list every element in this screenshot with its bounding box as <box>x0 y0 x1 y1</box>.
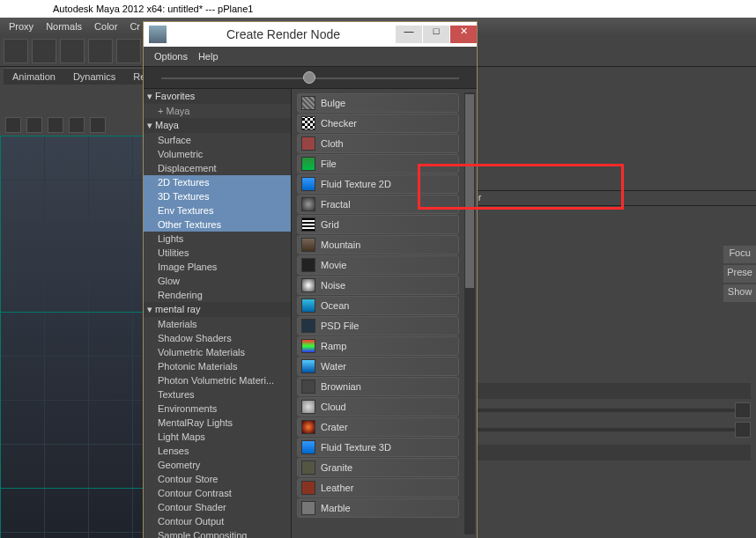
tree-item[interactable]: Contour Store <box>144 472 291 486</box>
render-node-leather[interactable]: Leather <box>297 478 459 497</box>
node-label: File <box>321 158 337 169</box>
viewport-icon[interactable] <box>5 117 21 133</box>
render-node-grid[interactable]: Grid <box>297 215 459 234</box>
tree-item[interactable]: Env Textures <box>144 203 291 217</box>
tree-item[interactable]: Lenses <box>144 444 291 458</box>
tree-item[interactable]: Maya <box>144 118 291 133</box>
menu-create[interactable]: Cr <box>130 21 140 32</box>
minimize-button[interactable]: — <box>396 26 422 43</box>
node-thumbnail-icon <box>301 481 315 495</box>
presets-button[interactable]: Prese <box>723 265 756 283</box>
render-node-water[interactable]: Water <box>297 357 459 376</box>
render-node-fractal[interactable]: Fractal <box>297 195 459 214</box>
tree-item[interactable]: Glow <box>144 274 291 288</box>
tree-item[interactable]: MentalRay Lights <box>144 416 291 430</box>
menu-normals[interactable]: Normals <box>46 21 82 32</box>
app-title: Autodesk Maya 2012 x64: untitled* --- pP… <box>53 4 253 14</box>
tree-item[interactable]: Photon Volumetric Materi... <box>144 373 291 387</box>
tree-item[interactable]: Photonic Materials <box>144 359 291 373</box>
render-node-crater[interactable]: Crater <box>297 417 459 437</box>
dialog-slider[interactable] <box>144 66 477 89</box>
node-thumbnail-icon <box>301 278 315 292</box>
tree-item[interactable]: + Maya <box>144 104 291 118</box>
render-node-ocean[interactable]: Ocean <box>297 296 459 315</box>
render-node-movie[interactable]: Movie <box>297 255 459 275</box>
menu-proxy[interactable]: Proxy <box>9 21 33 32</box>
tool-icon[interactable] <box>32 39 56 63</box>
tree-item[interactable]: Other Textures <box>144 217 291 232</box>
tree-item[interactable]: Textures <box>144 387 291 402</box>
slider-handle-icon[interactable] <box>303 71 315 84</box>
render-node-checker[interactable]: Checker <box>297 114 459 133</box>
dialog-titlebar[interactable]: Create Render Node — □ ✕ <box>144 22 477 47</box>
viewport[interactable] <box>0 114 143 538</box>
close-button[interactable]: ✕ <box>450 26 477 43</box>
render-node-brownian[interactable]: Brownian <box>297 377 459 396</box>
dialog-menu-options[interactable]: Options <box>154 51 188 62</box>
tree-item[interactable]: Volumetric <box>144 147 291 161</box>
show-button[interactable]: Show <box>723 284 756 302</box>
viewport-icon[interactable] <box>26 117 42 133</box>
tree-item[interactable]: Volumetric Materials <box>144 345 291 359</box>
tree-item[interactable]: Shadow Shaders <box>144 331 291 345</box>
tree-item[interactable]: Environments <box>144 402 291 416</box>
category-tree[interactable]: Favorites+ MayaMayaSurfaceVolumetricDisp… <box>144 89 292 538</box>
tree-item[interactable]: Contour Shader <box>144 500 291 514</box>
node-label: Leather <box>321 483 353 493</box>
render-node-psd-file[interactable]: PSD File <box>297 316 459 335</box>
focus-button[interactable]: Focu <box>723 246 756 263</box>
node-list[interactable]: BulgeCheckerClothFileFluid Texture 2DFra… <box>292 89 477 538</box>
render-node-ramp[interactable]: Ramp <box>297 336 459 356</box>
node-label: Fluid Texture 3D <box>321 442 391 453</box>
viewport-icon[interactable] <box>69 117 85 133</box>
tree-item[interactable]: Surface <box>144 133 291 147</box>
render-node-mountain[interactable]: Mountain <box>297 235 459 254</box>
tree-item[interactable]: 3D Textures <box>144 189 291 203</box>
render-node-marble[interactable]: Marble <box>297 498 459 518</box>
node-label: Marble <box>321 503 351 513</box>
node-thumbnail-icon <box>301 96 315 110</box>
render-node-cloth[interactable]: Cloth <box>297 134 459 153</box>
node-label: PSD File <box>321 321 359 331</box>
tree-item[interactable]: Image Planes <box>144 260 291 274</box>
viewport-icon[interactable] <box>90 117 106 133</box>
tree-item[interactable]: Materials <box>144 317 291 331</box>
scrollbar[interactable] <box>464 92 475 534</box>
tree-item[interactable]: Favorites <box>144 89 291 104</box>
tree-item[interactable]: Rendering <box>144 288 291 302</box>
tree-item[interactable]: Displacement <box>144 161 291 175</box>
tree-item[interactable]: Lights <box>144 232 291 246</box>
color-picker-icon[interactable] <box>735 402 751 418</box>
node-thumbnail-icon <box>301 501 315 515</box>
node-thumbnail-icon <box>301 197 315 211</box>
node-label: Movie <box>321 260 346 270</box>
tree-item[interactable]: Contour Output <box>144 514 291 528</box>
maximize-button[interactable]: □ <box>423 26 449 43</box>
render-node-bulge[interactable]: Bulge <box>297 93 459 113</box>
tool-icon[interactable] <box>60 39 85 63</box>
tool-icon[interactable] <box>88 39 113 63</box>
render-node-granite[interactable]: Granite <box>297 458 459 477</box>
tree-item[interactable]: 2D Textures <box>144 175 291 189</box>
transparency-picker-icon[interactable] <box>735 422 751 438</box>
render-node-file[interactable]: File <box>297 154 459 173</box>
tree-item[interactable]: Light Maps <box>144 430 291 444</box>
render-node-fluid-texture-3d[interactable]: Fluid Texture 3D <box>297 438 459 457</box>
tree-item[interactable]: Geometry <box>144 458 291 472</box>
tree-item[interactable]: Contour Contrast <box>144 486 291 500</box>
shelf-animation[interactable]: Animation <box>4 68 64 85</box>
dialog-menu-help[interactable]: Help <box>198 51 219 62</box>
render-node-noise[interactable]: Noise <box>297 276 459 295</box>
viewport-icon[interactable] <box>48 117 63 133</box>
render-node-fluid-texture-2d[interactable]: Fluid Texture 2D <box>297 174 459 194</box>
node-thumbnail-icon <box>301 461 315 475</box>
menu-color[interactable]: Color <box>94 21 117 32</box>
scrollbar-thumb[interactable] <box>465 94 474 288</box>
tool-icon[interactable] <box>116 39 141 63</box>
shelf-dynamics[interactable]: Dynamics <box>64 68 124 85</box>
tree-item[interactable]: Sample Compositing <box>144 528 291 538</box>
render-node-cloud[interactable]: Cloud <box>297 397 459 416</box>
tree-item[interactable]: mental ray <box>144 302 291 317</box>
tool-icon[interactable] <box>4 39 28 63</box>
tree-item[interactable]: Utilities <box>144 246 291 260</box>
